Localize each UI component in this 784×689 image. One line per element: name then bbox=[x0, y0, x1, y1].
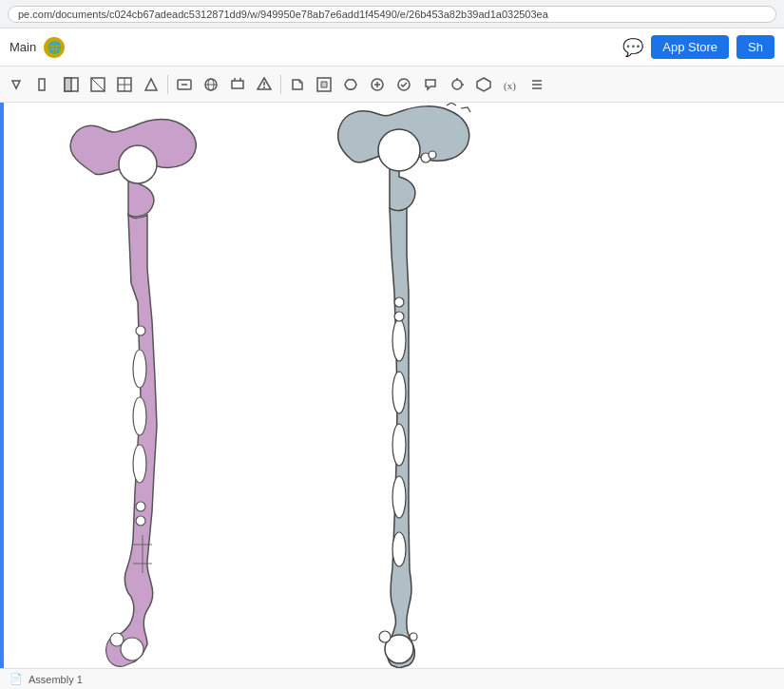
svg-point-25 bbox=[452, 80, 462, 89]
main-nav-label: Main bbox=[10, 40, 36, 54]
svg-point-39 bbox=[121, 638, 143, 660]
toolbar-divider-2 bbox=[280, 75, 281, 94]
toolbar-icon-10[interactable] bbox=[252, 72, 277, 97]
toolbar-icon-20[interactable] bbox=[525, 72, 549, 97]
svg-point-48 bbox=[392, 319, 406, 361]
svg-point-33 bbox=[133, 350, 146, 388]
toolbar-icon-7[interactable] bbox=[172, 72, 197, 97]
toolbar-icon-14[interactable] bbox=[365, 72, 390, 97]
svg-point-36 bbox=[136, 326, 145, 335]
svg-point-50 bbox=[392, 424, 406, 466]
main-svg bbox=[0, 103, 784, 668]
svg-line-4 bbox=[91, 78, 105, 91]
toolbar-icon-15[interactable] bbox=[392, 72, 416, 97]
svg-point-53 bbox=[394, 297, 404, 307]
svg-point-52 bbox=[392, 532, 406, 566]
browser-chrome: pe.com/documents/c024cb67adeadc5312871dd… bbox=[0, 0, 784, 29]
axe-right bbox=[338, 103, 470, 668]
svg-rect-2 bbox=[65, 78, 71, 91]
svg-marker-8 bbox=[145, 79, 157, 90]
svg-point-37 bbox=[136, 502, 145, 511]
svg-text:(x): (x) bbox=[504, 80, 516, 92]
toolbar-icon-12[interactable] bbox=[312, 72, 336, 97]
toolbar-icon-2[interactable] bbox=[32, 72, 57, 97]
toolbar-icon-19[interactable]: (x) bbox=[498, 72, 523, 97]
svg-rect-0 bbox=[39, 79, 45, 90]
top-navigation: Main 🌐 💬 App Store Sh bbox=[0, 29, 784, 67]
toolbar-icon-1[interactable] bbox=[6, 72, 30, 97]
toolbar-icon-3[interactable] bbox=[59, 72, 84, 97]
toolbar-divider-1 bbox=[167, 75, 168, 94]
svg-point-49 bbox=[392, 372, 406, 413]
svg-point-56 bbox=[379, 631, 391, 642]
svg-point-38 bbox=[136, 516, 145, 526]
toolbar-icon-5[interactable] bbox=[112, 72, 137, 97]
svg-point-51 bbox=[392, 476, 406, 518]
svg-point-34 bbox=[133, 397, 146, 435]
toolbar-icon-18[interactable] bbox=[471, 72, 496, 97]
axe-drawing-container bbox=[0, 103, 784, 668]
svg-point-32 bbox=[119, 145, 157, 183]
tab-label[interactable]: Assembly 1 bbox=[29, 674, 83, 685]
comment-icon[interactable]: 💬 bbox=[622, 37, 643, 58]
toolbar-icon-9[interactable] bbox=[225, 72, 250, 97]
tab-icon: 📄 bbox=[10, 673, 23, 685]
svg-point-19 bbox=[263, 86, 265, 88]
svg-point-47 bbox=[429, 151, 436, 159]
toolbar-icon-6[interactable] bbox=[139, 72, 163, 97]
url-bar[interactable]: pe.com/documents/c024cb67adeadc5312871dd… bbox=[8, 6, 776, 23]
svg-point-57 bbox=[410, 633, 417, 641]
share-button[interactable]: Sh bbox=[736, 35, 774, 59]
app-store-button[interactable]: App Store bbox=[651, 35, 729, 59]
main-toolbar: (x) bbox=[0, 67, 784, 103]
svg-point-35 bbox=[133, 445, 146, 483]
svg-rect-14 bbox=[232, 81, 243, 88]
canvas-area bbox=[0, 103, 784, 668]
axe-left bbox=[70, 120, 196, 667]
toolbar-icon-16[interactable] bbox=[418, 72, 443, 97]
toolbar-icon-13[interactable] bbox=[338, 72, 363, 97]
status-bar: 📄 Assembly 1 bbox=[0, 668, 784, 689]
toolbar-icon-4[interactable] bbox=[86, 72, 110, 97]
toolbar-icon-17[interactable] bbox=[445, 72, 469, 97]
svg-point-40 bbox=[110, 633, 124, 646]
toolbar-icon-11[interactable] bbox=[285, 72, 310, 97]
svg-point-54 bbox=[394, 312, 404, 321]
svg-point-45 bbox=[378, 129, 420, 171]
globe-icon[interactable]: 🌐 bbox=[44, 37, 65, 58]
toolbar-icon-8[interactable] bbox=[199, 72, 223, 97]
